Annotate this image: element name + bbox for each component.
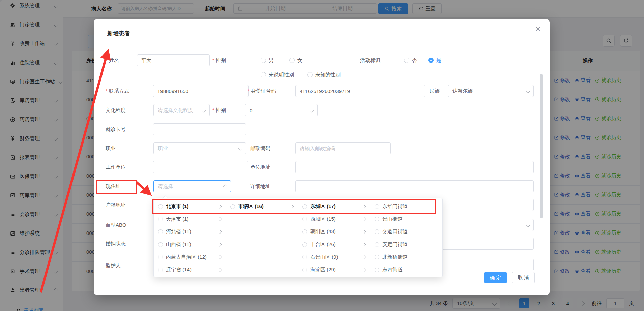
postcode-input[interactable] [295,142,391,154]
employer-address-input[interactable] [295,161,534,173]
employer-input[interactable] [153,161,248,173]
radio-active-no[interactable]: 否 [404,54,417,66]
radio-icon [375,242,379,247]
marital-status-label: 婚姻状态 [106,238,126,250]
chevron-down-icon [238,146,242,151]
cascader-option-景山街道[interactable]: 景山街道 [370,213,442,226]
active-flag-label: 活动标识 [360,54,380,66]
radio-icon [307,72,313,77]
chevron-up-icon [223,184,227,189]
cascader-option-辽宁省 (14)[interactable]: 辽宁省 (14) [154,263,226,276]
employer-address-label: 单位地址 [250,161,270,173]
cascader-option-山西省 (11)[interactable]: 山西省 (11) [154,238,226,251]
modal-scrollbar[interactable] [540,74,543,218]
chevron-down-icon [310,108,314,113]
occupation-select[interactable]: 职业 [153,142,246,154]
card-number-input[interactable] [153,123,246,135]
cascader-option-海淀区 (29)[interactable]: 海淀区 (29) [298,263,370,276]
radio-icon [158,242,163,247]
close-icon[interactable]: ✕ [535,26,541,32]
card-number-label: 就诊卡号 [106,123,126,135]
gender-label: 性别 [212,54,226,66]
radio-icon [302,268,307,272]
cancel-button[interactable]: 取 消 [512,272,535,283]
modal-title: 新增患者 [107,30,130,37]
cascader-option-东华门街道[interactable]: 东华门街道 [370,200,442,213]
cascader-option-天津市 (1)[interactable]: 天津市 (1) [154,213,226,226]
radio-icon [375,217,379,221]
contact-input[interactable] [153,85,249,97]
radio-icon [302,204,307,209]
registered-address-label: 户籍地址 [106,199,126,211]
cascader-option-朝阳区 (43)[interactable]: 朝阳区 (43) [298,225,370,238]
cascader-option-北京市 (1)[interactable]: 北京市 (1) [154,200,226,213]
idcard-input[interactable] [295,85,425,97]
confirm-button[interactable]: 确 定 [484,272,507,283]
radio-icon [158,217,163,221]
ethnicity-label: 民族 [430,85,440,97]
cascader-option-西城区 (15)[interactable]: 西城区 (15) [298,213,370,226]
radio-gender-unknown[interactable]: 未知的性别 [307,69,341,81]
radio-icon [375,229,379,234]
radio-icon [289,58,295,63]
radio-active-yes[interactable]: 是 [428,54,441,66]
address-cascader-dropdown: 北京市 (1)天津市 (1)河北省 (11)山西省 (11)内蒙古自治区 (12… [153,198,443,277]
radio-icon [158,229,163,234]
chevron-right-icon [218,243,222,246]
cascader-option-丰台区 (26)[interactable]: 丰台区 (26) [298,238,370,251]
radio-gender-unstated[interactable]: 未说明性别 [261,69,294,81]
chevron-right-icon [218,255,222,259]
detail-address-input[interactable] [295,180,534,192]
chevron-down-icon [526,223,530,227]
radio-gender-male[interactable]: 男 [261,54,274,66]
education-label: 文化程度 [106,104,126,116]
blood-type-label: 血型ABO [106,219,126,231]
cascader-option-市辖区 (16)[interactable]: 市辖区 (16) [226,200,298,213]
cascader-option-北新桥街道[interactable]: 北新桥街道 [370,251,442,263]
radio-icon [158,268,163,272]
radio-icon [375,268,379,272]
name-input[interactable] [137,54,210,66]
radio-icon [261,58,266,63]
cascader-option-东城区 (17)[interactable]: 东城区 (17) [298,200,370,213]
chevron-right-icon [218,268,222,272]
radio-icon [230,204,235,209]
cascader-option-石景山区 (9)[interactable]: 石景山区 (9) [298,251,370,263]
education-select[interactable]: 请选择文化程度 [153,104,210,116]
chevron-down-icon [526,89,530,93]
ethnicity-select[interactable]: 达斡尔族 [448,85,534,97]
cascader-column-3: 东城区 (17)西城区 (15)朝阳区 (43)丰台区 (26)石景山区 (9)… [298,198,370,277]
radio-icon [375,204,379,209]
cascader-column-1: 北京市 (1)天津市 (1)河北省 (11)山西省 (11)内蒙古自治区 (12… [154,198,226,277]
name-label: 姓名 [106,54,119,66]
gender2-select[interactable]: 0 [245,104,318,116]
postcode-label: 邮政编码 [250,142,270,154]
chevron-right-icon [362,230,366,234]
chevron-right-icon [218,217,222,221]
radio-icon [375,255,379,259]
current-address-cascader[interactable]: 请选择 [153,180,231,192]
radio-icon [261,72,266,77]
cascader-column-2: 市辖区 (16) [226,198,298,277]
detail-address-label: 详细地址 [250,180,270,192]
chevron-right-icon [362,205,366,208]
radio-icon [404,58,409,63]
cascader-option-交道口街道[interactable]: 交道口街道 [370,225,442,238]
radio-icon [302,255,307,259]
cascader-option-东四街道[interactable]: 东四街道 [370,263,442,276]
cascader-column-4: 东华门街道景山街道交道口街道安定门街道北新桥街道东四街道 [370,198,442,277]
radio-icon [302,229,307,234]
chevron-right-icon [362,255,366,259]
app-root: 系统管理门诊管理收费工作站住院管理门诊医生工作站库房管理药房管理财务管理报表管理… [0,0,644,311]
radio-gender-female[interactable]: 女 [289,54,302,66]
current-address-label: 现住址 [106,180,121,192]
cascader-option-内蒙古自治区 (12)[interactable]: 内蒙古自治区 (12) [154,251,226,263]
employer-label: 工作单位 [106,161,126,173]
chevron-right-icon [362,217,366,221]
chevron-right-icon [218,205,222,208]
chevron-right-icon [362,243,366,246]
cascader-option-安定门街道[interactable]: 安定门街道 [370,238,442,251]
radio-icon [158,204,163,209]
cascader-option-河北省 (11)[interactable]: 河北省 (11) [154,225,226,238]
chevron-right-icon [362,268,366,272]
